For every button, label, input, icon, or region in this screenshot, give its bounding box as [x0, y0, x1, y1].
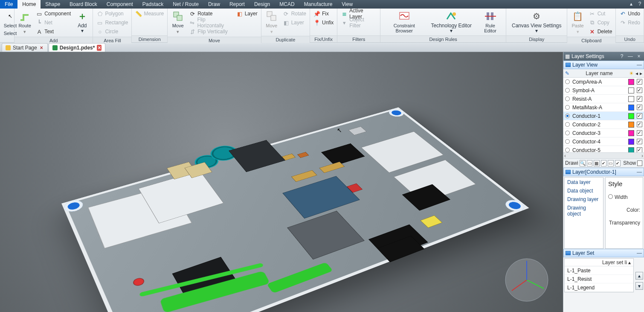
layer-row[interactable]: CompArea-A: [563, 78, 644, 86]
width-option[interactable]: Width: [608, 194, 640, 200]
edit-icon[interactable]: ✎: [565, 70, 569, 76]
help-icon[interactable]: ?: [635, 0, 644, 9]
section-layer-set[interactable]: Layer Set —: [563, 249, 644, 257]
tab-start-page[interactable]: Start Page ×: [2, 43, 48, 52]
close-icon[interactable]: ×: [39, 45, 44, 51]
layer-row[interactable]: Conductor-3: [563, 129, 644, 137]
scroll-right-icon[interactable]: ▸: [640, 70, 642, 76]
layer-color-swatch[interactable]: [628, 113, 634, 119]
object-filter-button[interactable]: ▾Object Filter: [339, 18, 378, 27]
collapse-icon[interactable]: —: [637, 250, 642, 256]
route-button[interactable]: Route▾: [16, 9, 33, 35]
layer-radio[interactable]: [565, 148, 570, 152]
layer-visible-checkbox[interactable]: [637, 87, 642, 93]
panel-help-icon[interactable]: ?: [618, 53, 625, 59]
layer-radio[interactable]: [565, 131, 570, 135]
axis-gizmo[interactable]: [503, 257, 550, 303]
layer-set-item[interactable]: L-1_Paste: [565, 266, 633, 275]
layer-color-swatch[interactable]: [628, 87, 634, 93]
rule-editor-button[interactable]: Rule Editor: [476, 9, 504, 34]
layer-radio[interactable]: [565, 96, 570, 101]
menu-shape[interactable]: Shape: [41, 0, 65, 9]
layer-radio[interactable]: [565, 88, 570, 93]
layer-color-swatch[interactable]: [628, 147, 634, 153]
layer-set-list[interactable]: Layer set li ▴ L-1_Paste L-1_Resist L-1_…: [564, 258, 634, 292]
layer-visible-checkbox[interactable]: [637, 139, 642, 144]
layer-row[interactable]: MetalMask-A: [563, 103, 644, 112]
add-net-button[interactable]: ┗Net: [34, 18, 73, 27]
panel-min-icon[interactable]: —: [627, 53, 634, 59]
show-checkbox[interactable]: [637, 160, 642, 166]
menu-mcad[interactable]: MCAD: [275, 0, 299, 9]
menu-file[interactable]: File: [0, 0, 17, 9]
menu-padstack[interactable]: Padstack: [138, 0, 168, 9]
panel-title-bar[interactable]: ▦ Layer Settings ? — ×: [563, 52, 644, 61]
layer-row[interactable]: Conductor-4: [563, 137, 644, 146]
layer-color-swatch[interactable]: [628, 79, 634, 85]
style-cat-drawing-layer[interactable]: Drawing layer: [567, 196, 600, 202]
draw-tool-2[interactable]: ▭: [587, 160, 593, 166]
tech-editor-button[interactable]: Technology Editor ▾: [427, 9, 476, 34]
layer-radio[interactable]: [565, 105, 570, 110]
layer-visible-checkbox[interactable]: [637, 147, 642, 152]
layer-visible-checkbox[interactable]: [637, 79, 642, 85]
move-button[interactable]: Move▾: [169, 9, 186, 35]
fliph-button[interactable]: ⇋Flip Horizontally: [187, 18, 234, 27]
redo-button[interactable]: ↷Redo: [618, 18, 642, 27]
close-icon[interactable]: ×: [97, 45, 102, 51]
add-dropdown-button[interactable]: ＋Add ▾: [73, 9, 91, 34]
scroll-left-icon[interactable]: ◂: [635, 70, 638, 76]
move-down-button[interactable]: ▼: [635, 282, 643, 290]
layer-list[interactable]: CompArea-ASymbol-AResist-AMetalMask-ACon…: [563, 78, 644, 152]
move-up-button[interactable]: ▲: [635, 272, 643, 280]
layer-visible-checkbox[interactable]: [637, 96, 642, 102]
style-cat-data-layer[interactable]: Data layer: [567, 179, 600, 185]
collapse-icon[interactable]: —: [637, 62, 642, 68]
menu-view[interactable]: View: [337, 0, 357, 9]
layer-row[interactable]: Resist-A: [563, 95, 644, 103]
layer-visible-checkbox[interactable]: [637, 105, 642, 110]
layer-set-item[interactable]: L-1_Resist: [565, 275, 633, 283]
dup-rotate-button[interactable]: ⟳Rotate: [281, 9, 308, 18]
layer-radio[interactable]: [565, 79, 570, 84]
layer-color-swatch[interactable]: [628, 96, 634, 102]
layer-visible-checkbox[interactable]: [637, 122, 642, 127]
layer-color-swatch[interactable]: [628, 105, 634, 111]
menu-board-block[interactable]: Board Block: [65, 0, 102, 9]
polygon-button[interactable]: ⬠Polygon: [95, 9, 130, 18]
layer-radio[interactable]: [565, 122, 570, 127]
layer-set-item[interactable]: L-1_Legend: [565, 283, 633, 292]
sun-icon[interactable]: ☀: [629, 70, 634, 76]
style-cat-drawing-object[interactable]: Drawing object: [567, 205, 600, 217]
fix-button[interactable]: 📌Fix: [312, 9, 335, 18]
menu-net-route[interactable]: Net / Route: [168, 0, 203, 9]
measure-button[interactable]: 📏Measure: [133, 9, 165, 18]
chevron-up-icon[interactable]: ▴: [628, 260, 631, 265]
tab-design1[interactable]: Design1.pdes* ×: [49, 43, 106, 52]
add-component-button[interactable]: ▭Component: [34, 9, 73, 18]
menu-home[interactable]: Home: [17, 0, 41, 9]
layer-hscrollbar[interactable]: ‹›: [563, 152, 644, 158]
layer-color-swatch[interactable]: [628, 139, 634, 145]
section-layer-view[interactable]: Layer View —: [563, 61, 644, 69]
layer-color-swatch[interactable]: [628, 130, 634, 136]
flipv-button[interactable]: ⇵Flip Vertically: [187, 27, 234, 36]
menu-report[interactable]: Report: [225, 0, 249, 9]
layer-color-swatch[interactable]: [628, 122, 634, 128]
layer-radio[interactable]: [565, 114, 570, 118]
layer-visible-checkbox[interactable]: [637, 130, 642, 136]
menu-component[interactable]: Component: [102, 0, 138, 9]
circle-button[interactable]: ○Circle: [95, 27, 130, 36]
style-cat-data-object[interactable]: Data object: [567, 188, 600, 194]
layer-visible-checkbox[interactable]: [637, 113, 642, 119]
layer-row[interactable]: Conductor-1: [563, 112, 644, 120]
menu-design[interactable]: Design: [249, 0, 275, 9]
section-layer-style[interactable]: Layer[Conductor-1] —: [563, 168, 644, 176]
cut-button[interactable]: ✂Cut: [587, 9, 614, 18]
draw-tool-1[interactable]: 🔍: [580, 160, 586, 166]
menu-draw[interactable]: Draw: [203, 0, 225, 9]
canvas-view-button[interactable]: ⚙Canvas View Settings ▾: [508, 9, 565, 34]
layer-row[interactable]: Conductor-2: [563, 120, 644, 129]
ribbon-minimize-icon[interactable]: ▴: [627, 0, 635, 9]
unfix-button[interactable]: 📍Unfix: [312, 18, 335, 27]
